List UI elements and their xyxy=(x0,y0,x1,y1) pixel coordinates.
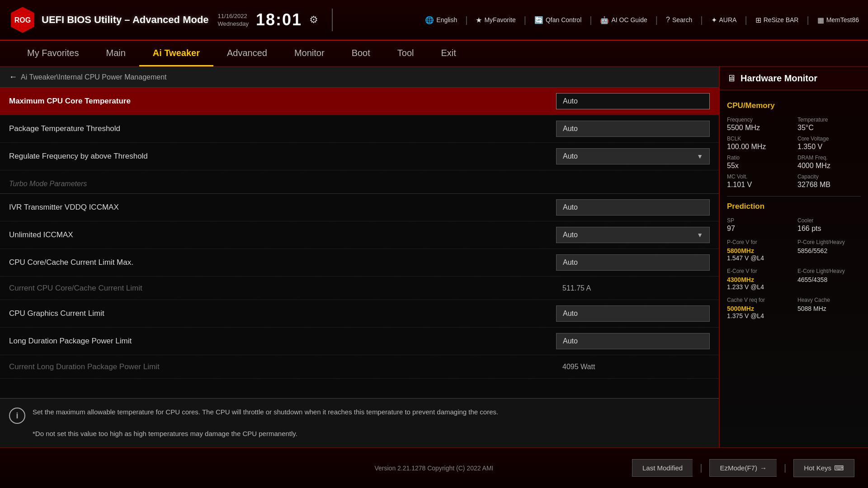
temperature-item: Temperature 35°C xyxy=(797,117,861,132)
hot-keys-button[interactable]: Hot Keys ⌨ xyxy=(793,459,854,477)
ratio-item: Ratio 55x xyxy=(727,155,790,170)
settings-icon[interactable]: ⚙ xyxy=(309,14,318,26)
breadcrumb-path: Ai Tweaker\Internal CPU Power Management xyxy=(21,73,167,81)
turbo-mode-label: Turbo Mode Parameters xyxy=(9,180,87,188)
memtest-icon: ▦ xyxy=(817,16,824,24)
breadcrumb: ← Ai Tweaker\Internal CPU Power Manageme… xyxy=(0,67,719,88)
last-modified-button[interactable]: Last Modified xyxy=(632,459,693,477)
max-cpu-temp-input[interactable]: Auto xyxy=(556,93,710,109)
setting-max-cpu-temp[interactable]: Maximum CPU Core Temperature Auto xyxy=(0,88,719,115)
resize-icon: ⊞ xyxy=(755,16,761,24)
tool-search[interactable]: ? Search xyxy=(666,16,692,24)
monitor-icon: 🖥 xyxy=(727,73,736,84)
long-duration-power-input[interactable]: Auto xyxy=(556,333,710,349)
prediction-section-title: Prediction xyxy=(727,202,861,211)
star-icon: ★ xyxy=(476,16,482,24)
nav-main[interactable]: Main xyxy=(92,41,139,66)
pkg-temp-value[interactable]: Auto xyxy=(556,121,710,137)
cpu-memory-grid: Frequency 5500 MHz Temperature 35°C BCLK… xyxy=(727,117,861,189)
cpu-cache-limit-label: CPU Core/Cache Current Limit Max. xyxy=(9,258,556,267)
ez-mode-button[interactable]: EzMode(F7) → xyxy=(709,459,777,477)
unlimited-iccmax-dropdown[interactable]: Auto ▼ xyxy=(556,227,710,243)
setting-cpu-cache-limit[interactable]: CPU Core/Cache Current Limit Max. Auto xyxy=(0,249,719,277)
setting-long-duration-power[interactable]: Long Duration Package Power Limit Auto xyxy=(0,328,719,355)
ecore-freq-label: E-Core V for xyxy=(727,268,790,274)
mc-volt-item: MC Volt. 1.101 V xyxy=(727,174,790,189)
tool-aura[interactable]: ✦ AURA xyxy=(711,16,737,24)
temperature-label: Temperature xyxy=(797,117,861,123)
sp-item: SP 97 xyxy=(727,217,790,233)
cooler-value: 166 pts xyxy=(797,225,861,233)
frequency-item: Frequency 5500 MHz xyxy=(727,117,790,132)
hw-monitor-panel: 🖥 Hardware Monitor CPU/Memory Frequency … xyxy=(719,67,868,447)
cpu-cache-limit-input[interactable]: Auto xyxy=(556,254,710,271)
unlimited-iccmax-label: Unlimited ICCMAX xyxy=(9,230,556,239)
ecore-lh-label: E-Core Light/Heavy xyxy=(797,268,861,274)
regulate-freq-dropdown[interactable]: Auto ▼ xyxy=(556,148,710,164)
turbo-mode-section: Turbo Mode Parameters xyxy=(0,170,719,194)
current-cpu-cache-text: 511.75 A xyxy=(556,281,597,296)
core-voltage-value: 1.350 V xyxy=(797,143,861,151)
nav-tool[interactable]: Tool xyxy=(384,41,428,66)
ivr-value[interactable]: Auto xyxy=(556,199,710,216)
footer: Version 2.21.1278 Copyright (C) 2022 AMI… xyxy=(0,447,868,488)
tool-memtest[interactable]: ▦ MemTest86 xyxy=(817,16,859,24)
tool-english[interactable]: 🌐 English xyxy=(425,16,457,24)
sp-cooler-row: SP 97 Cooler 166 pts xyxy=(727,217,861,233)
pcore-lh-value: 5856/5562 xyxy=(797,247,861,254)
tool-resizebar-label: ReSize BAR xyxy=(764,16,799,23)
pkg-temp-input[interactable]: Auto xyxy=(556,121,710,137)
hw-monitor-header: 🖥 Hardware Monitor xyxy=(720,67,868,90)
setting-pkg-temp-threshold[interactable]: Package Temperature Threshold Auto xyxy=(0,115,719,143)
nav-my-favorites[interactable]: My Favorites xyxy=(14,41,92,66)
tool-myfavorite[interactable]: ★ MyFavorite xyxy=(476,16,515,24)
cpu-cache-limit-value[interactable]: Auto xyxy=(556,254,710,271)
back-arrow-icon[interactable]: ← xyxy=(9,72,17,82)
tool-resizebar[interactable]: ⊞ ReSize BAR xyxy=(755,16,799,24)
nav-advanced[interactable]: Advanced xyxy=(213,41,281,66)
tool-aioc[interactable]: 🤖 AI OC Guide xyxy=(600,16,647,24)
setting-current-cpu-cache: Current CPU Core/Cache Current Limit 511… xyxy=(0,277,719,300)
nav-ai-tweaker[interactable]: Ai Tweaker xyxy=(139,41,213,66)
tool-qfan[interactable]: 🔄 Qfan Control xyxy=(534,16,581,24)
last-modified-label: Last Modified xyxy=(642,464,683,472)
regulate-freq-label: Regulate Frequency by above Threshold xyxy=(9,152,556,161)
setting-ivr-transmitter[interactable]: IVR Transmitter VDDQ ICCMAX Auto xyxy=(0,194,719,221)
cooler-item: Cooler 166 pts xyxy=(797,217,861,233)
nav-monitor[interactable]: Monitor xyxy=(281,41,338,66)
cpu-graphics-limit-value[interactable]: Auto xyxy=(556,305,710,322)
long-duration-power-value[interactable]: Auto xyxy=(556,333,710,349)
hw-monitor-content: CPU/Memory Frequency 5500 MHz Temperatur… xyxy=(720,90,868,447)
nav-boot[interactable]: Boot xyxy=(338,41,384,66)
frequency-label: Frequency xyxy=(727,117,790,123)
main-wrapper: ROG UEFI BIOS Utility – Advanced Mode 11… xyxy=(0,0,868,488)
setting-unlimited-iccmax[interactable]: Unlimited ICCMAX Auto ▼ xyxy=(0,221,719,249)
cache-freq-highlight: 5000MHz xyxy=(727,305,790,312)
ivr-input[interactable]: Auto xyxy=(556,199,710,216)
ecore-row: E-Core V for 4300MHz 1.233 V @L4 E-Core … xyxy=(727,268,861,291)
cache-volt-value: 1.375 V @L4 xyxy=(727,312,790,319)
cpu-graphics-limit-input[interactable]: Auto xyxy=(556,305,710,322)
unlimited-iccmax-value[interactable]: Auto ▼ xyxy=(556,227,710,243)
chevron-down-icon-2: ▼ xyxy=(697,231,703,239)
setting-regulate-freq[interactable]: Regulate Frequency by above Threshold Au… xyxy=(0,143,719,170)
content-area: ← Ai Tweaker\Internal CPU Power Manageme… xyxy=(0,67,868,447)
logo-area: ROG UEFI BIOS Utility – Advanced Mode xyxy=(9,6,209,33)
pcore-row: P-Core V for 5800MHz 1.547 V @L4 P-Core … xyxy=(727,239,861,262)
cpu-graphics-limit-label: CPU Graphics Current Limit xyxy=(9,309,556,318)
setting-cpu-graphics-limit[interactable]: CPU Graphics Current Limit Auto xyxy=(0,300,719,328)
regulate-freq-value[interactable]: Auto ▼ xyxy=(556,148,710,164)
core-voltage-item: Core Voltage 1.350 V xyxy=(797,136,861,151)
pcore-freq-label: P-Core V for xyxy=(727,239,790,245)
nav-exit[interactable]: Exit xyxy=(427,41,469,66)
footer-center: Version 2.21.1278 Copyright (C) 2022 AMI xyxy=(374,465,493,472)
max-cpu-temp-value[interactable]: Auto xyxy=(556,93,710,109)
ecore-lh-value: 4655/4358 xyxy=(797,276,861,283)
tool-qfan-label: Qfan Control xyxy=(546,16,581,23)
sp-value: 97 xyxy=(727,225,790,233)
chevron-down-icon: ▼ xyxy=(697,153,703,160)
hw-monitor-title: Hardware Monitor xyxy=(741,73,817,84)
pcore-right: P-Core Light/Heavy 5856/5562 xyxy=(797,239,861,262)
cache-left: Cache V req for 5000MHz 1.375 V @L4 xyxy=(727,297,790,319)
ez-mode-label: EzMode(F7) xyxy=(720,464,757,472)
